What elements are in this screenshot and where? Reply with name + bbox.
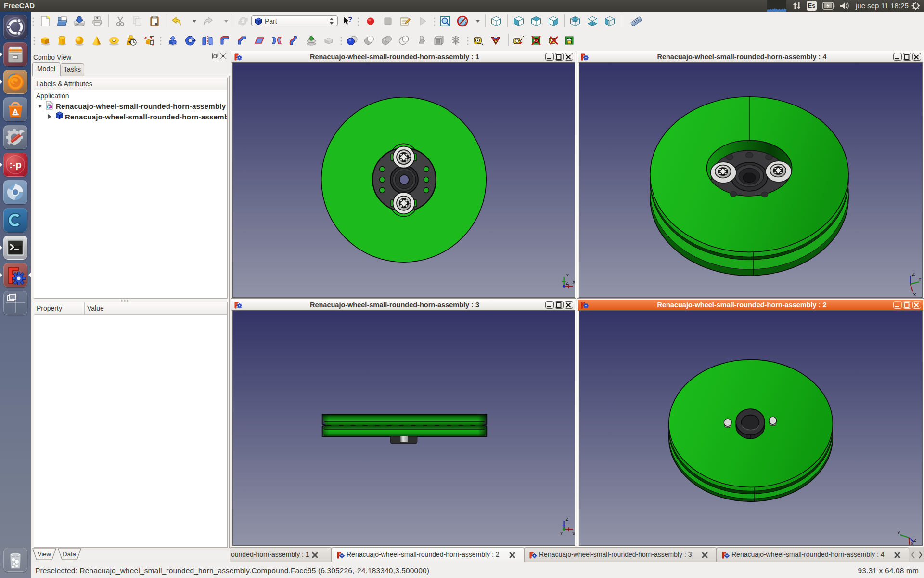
svg-text:X: X (573, 280, 575, 285)
svg-text:Z: Z (914, 538, 917, 543)
svg-text:Y: Y (566, 273, 569, 277)
svg-text:Y: Y (560, 531, 563, 536)
svg-text:Data: Data (63, 551, 76, 558)
svg-text:Z: Z (566, 517, 569, 522)
svg-text:X: X (573, 531, 575, 536)
svg-text:X: X (911, 541, 914, 546)
svg-text:Y: Y (919, 277, 922, 282)
svg-text:View: View (38, 551, 51, 558)
svg-text::-p: :-p (9, 159, 22, 170)
svg-text:Z: Z (912, 272, 915, 276)
svg-text:X: X (913, 292, 916, 297)
svg-text:Y: Y (898, 530, 900, 535)
svg-text:Z: Z (566, 281, 569, 286)
svg-text:?: ? (348, 15, 352, 23)
